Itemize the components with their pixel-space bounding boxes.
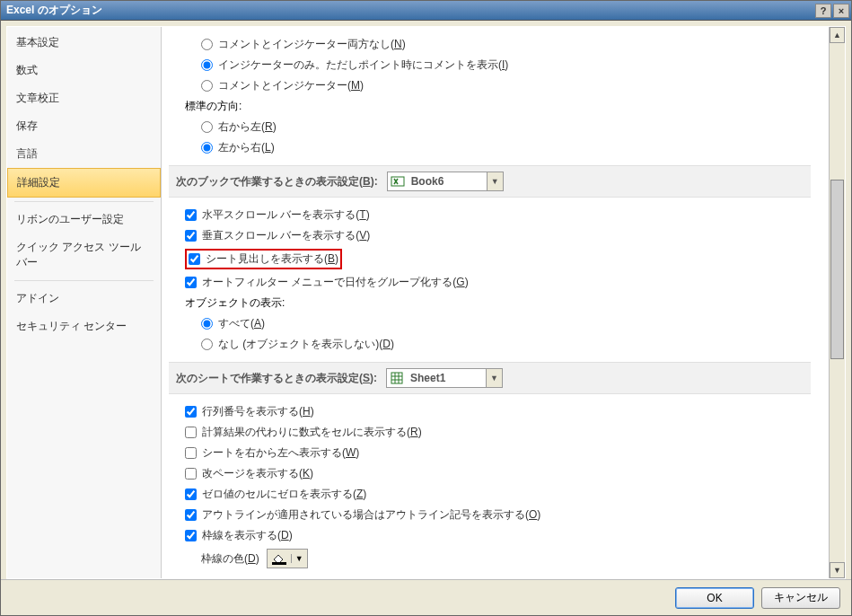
radio-objects-all[interactable]: すべて(A) bbox=[169, 313, 811, 334]
close-button[interactable]: × bbox=[833, 4, 849, 18]
check-sheet-tabs-row: シート見出しを表示する(B) bbox=[169, 246, 811, 272]
svg-rect-1 bbox=[391, 373, 402, 383]
scroll-up-button[interactable]: ▲ bbox=[830, 27, 845, 43]
sidebar-item-general[interactable]: 基本設定 bbox=[7, 29, 161, 57]
section-book-display: 次のブックで作業するときの表示設定(B): Book6 ▼ bbox=[169, 165, 811, 198]
checkbox-label: 行列番号を表示する(H) bbox=[202, 404, 314, 419]
check-gridlines[interactable]: 枠線を表示する(D) bbox=[169, 525, 811, 546]
dialog-title: Excel のオプション bbox=[6, 3, 102, 18]
objects-label: オブジェクトの表示: bbox=[169, 293, 811, 313]
radio-label: 左から右(L) bbox=[218, 140, 275, 155]
dialog-footer: OK キャンセル bbox=[1, 579, 851, 615]
sidebar-item-proofing[interactable]: 文章校正 bbox=[7, 84, 161, 112]
checkbox-input[interactable] bbox=[185, 277, 197, 288]
paint-bucket-icon bbox=[271, 552, 287, 565]
section-label: 次のブックで作業するときの表示設定(B): bbox=[176, 174, 378, 189]
scroll-thumb[interactable] bbox=[830, 180, 844, 359]
titlebar-buttons: ? × bbox=[815, 4, 849, 18]
checkbox-label: シート見出しを表示する(B) bbox=[206, 251, 338, 267]
titlebar: Excel のオプション ? × bbox=[1, 1, 851, 21]
check-row-col-headers[interactable]: 行列番号を表示する(H) bbox=[169, 401, 811, 422]
check-sheet-rtl[interactable]: シートを右から左へ表示する(W) bbox=[169, 443, 811, 463]
check-vscroll[interactable]: 垂直スクロール バーを表示する(V) bbox=[169, 225, 811, 246]
direction-label: 標準の方向: bbox=[169, 96, 811, 117]
radio-label: コメントとインジケーター両方なし(N) bbox=[218, 37, 406, 52]
radio-input[interactable] bbox=[201, 80, 213, 92]
check-outline-symbols[interactable]: アウトラインが適用されている場合はアウトライン記号を表示する(O) bbox=[169, 505, 811, 525]
check-hscroll[interactable]: 水平スクロール バーを表示する(T) bbox=[169, 205, 811, 225]
sidebar-item-trustcenter[interactable]: セキュリティ センター bbox=[7, 312, 161, 340]
radio-comments-none[interactable]: コメントとインジケーター両方なし(N) bbox=[169, 34, 811, 55]
radio-input[interactable] bbox=[201, 318, 213, 330]
radio-direction-ltr[interactable]: 左から右(L) bbox=[169, 137, 811, 158]
combo-value: Book6 bbox=[406, 175, 487, 188]
sidebar-item-save[interactable]: 保存 bbox=[7, 112, 161, 140]
checkbox-label: 水平スクロール バーを表示する(T) bbox=[202, 207, 370, 223]
radio-comments-both[interactable]: コメントとインジケーター(M) bbox=[169, 75, 811, 96]
book-combo[interactable]: Book6 ▼ bbox=[387, 172, 504, 191]
sidebar-separator bbox=[14, 201, 154, 202]
radio-objects-none[interactable]: なし (オブジェクトを表示しない)(D) bbox=[169, 334, 811, 355]
checkbox-input[interactable] bbox=[185, 530, 197, 541]
gridline-color-button[interactable]: ▼ bbox=[267, 549, 308, 568]
checkbox-sheet-tabs[interactable] bbox=[189, 253, 200, 265]
gridline-color-row: 枠線の色(D) ▼ bbox=[169, 546, 811, 571]
svg-rect-6 bbox=[272, 562, 286, 565]
vertical-scrollbar[interactable]: ▲ ▼ bbox=[829, 27, 845, 578]
check-page-breaks[interactable]: 改ページを表示する(K) bbox=[169, 463, 811, 484]
checkbox-input[interactable] bbox=[185, 209, 197, 221]
gridline-color-label: 枠線の色(D) bbox=[201, 551, 259, 567]
options-dialog: Excel のオプション ? × 基本設定 数式 文章校正 保存 言語 詳細設定… bbox=[0, 0, 852, 616]
checkbox-label: 改ページを表示する(K) bbox=[202, 466, 313, 481]
chevron-down-icon[interactable]: ▼ bbox=[487, 172, 503, 190]
ok-button[interactable]: OK bbox=[675, 587, 754, 609]
radio-comments-indicator[interactable]: インジケーターのみ。ただしポイント時にコメントを表示(I) bbox=[169, 55, 811, 75]
sidebar-item-formulas[interactable]: 数式 bbox=[7, 57, 161, 84]
radio-input[interactable] bbox=[201, 339, 213, 350]
help-button[interactable]: ? bbox=[815, 4, 831, 18]
check-show-zeros[interactable]: ゼロ値のセルにゼロを表示する(Z) bbox=[169, 484, 811, 505]
radio-input[interactable] bbox=[201, 39, 213, 50]
radio-input[interactable] bbox=[201, 121, 213, 133]
sidebar-item-advanced[interactable]: 詳細設定 bbox=[7, 168, 161, 198]
checkbox-input[interactable] bbox=[185, 230, 197, 242]
chevron-down-icon: ▼ bbox=[291, 554, 303, 563]
checkbox-input[interactable] bbox=[185, 427, 197, 438]
sheet-icon bbox=[389, 370, 405, 386]
section-sheet-display: 次のシートで作業するときの表示設定(S): Sheet1 ▼ bbox=[169, 362, 811, 394]
highlight-box: シート見出しを表示する(B) bbox=[185, 249, 342, 269]
sheet-combo[interactable]: Sheet1 ▼ bbox=[386, 368, 503, 388]
checkbox-label: シートを右から左へ表示する(W) bbox=[202, 445, 359, 461]
main-area: 基本設定 数式 文章校正 保存 言語 詳細設定 リボンのユーザー設定 クイック … bbox=[6, 26, 846, 579]
checkbox-input[interactable] bbox=[185, 406, 197, 418]
section-label: 次のシートで作業するときの表示設定(S): bbox=[176, 371, 377, 386]
radio-label: インジケーターのみ。ただしポイント時にコメントを表示(I) bbox=[218, 57, 508, 73]
content: コメントとインジケーター両方なし(N) インジケーターのみ。ただしポイント時にコ… bbox=[162, 27, 829, 578]
sidebar-item-ribbon[interactable]: リボンのユーザー設定 bbox=[7, 206, 161, 233]
sidebar-separator bbox=[14, 280, 154, 281]
sidebar-item-qat[interactable]: クイック アクセス ツール バー bbox=[7, 233, 161, 277]
excel-icon bbox=[390, 173, 406, 189]
radio-input[interactable] bbox=[201, 59, 213, 71]
checkbox-label: 計算結果の代わりに数式をセルに表示する(R) bbox=[202, 425, 422, 440]
scroll-down-button[interactable]: ▼ bbox=[830, 562, 845, 578]
radio-input[interactable] bbox=[201, 142, 213, 154]
checkbox-input[interactable] bbox=[185, 488, 197, 500]
sidebar-item-addins[interactable]: アドイン bbox=[7, 285, 161, 312]
radio-label: すべて(A) bbox=[218, 316, 265, 331]
combo-value: Sheet1 bbox=[405, 372, 486, 384]
check-show-formulas[interactable]: 計算結果の代わりに数式をセルに表示する(R) bbox=[169, 422, 811, 443]
check-autofilter-dates[interactable]: オートフィルター メニューで日付をグループ化する(G) bbox=[169, 272, 811, 293]
svg-rect-0 bbox=[391, 177, 404, 186]
radio-direction-rtl[interactable]: 右から左(R) bbox=[169, 117, 811, 137]
checkbox-label: 垂直スクロール バーを表示する(V) bbox=[202, 228, 370, 243]
cancel-button[interactable]: キャンセル bbox=[761, 587, 840, 609]
checkbox-input[interactable] bbox=[185, 447, 197, 459]
checkbox-input[interactable] bbox=[185, 468, 197, 480]
radio-label: なし (オブジェクトを表示しない)(D) bbox=[218, 337, 394, 352]
sidebar-item-language[interactable]: 言語 bbox=[7, 140, 161, 168]
chevron-down-icon[interactable]: ▼ bbox=[486, 369, 502, 387]
checkbox-input[interactable] bbox=[185, 509, 197, 521]
checkbox-label: アウトラインが適用されている場合はアウトライン記号を表示する(O) bbox=[202, 507, 540, 523]
checkbox-label: オートフィルター メニューで日付をグループ化する(G) bbox=[202, 275, 469, 290]
